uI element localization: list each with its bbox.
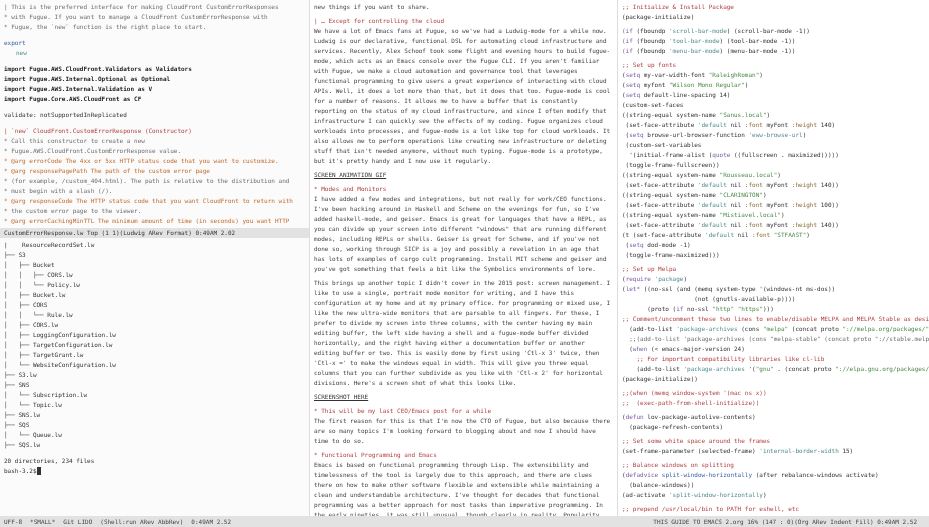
- body-text: The first reason for this is that I'm no…: [314, 416, 613, 446]
- arg-errorcode: * @arg errorCode The 4xx or 5xx HTTP sta…: [4, 156, 305, 166]
- modeline-right: THIS GUIDE TO EMACS 2.org 16% (147 : 0)(…: [653, 517, 917, 527]
- doc-line: * Call this constructor to create a new: [4, 136, 305, 146]
- upper-modeline: CustomErrorResponse.lw Top (1 1)(Ludwig …: [0, 228, 309, 238]
- section-exec-path: ;; (exec-path-from-shell-initialize)): [622, 398, 925, 408]
- tree-row[interactable]: │ ├── CORS.lw: [4, 320, 305, 330]
- shell-prompt[interactable]: bash-3.2$: [4, 466, 305, 476]
- elisp-line: (package-initialize)): [622, 374, 925, 384]
- elisp-comment: ;; For important compatibility libraries…: [622, 354, 925, 364]
- tree-row[interactable]: | ResourceRecordSet.lw: [4, 240, 305, 250]
- body-text: We have a lot of Emacs fans at Fugue, so…: [314, 26, 613, 166]
- arg-responsecode: * @arg responseCode The HTTP status code…: [4, 196, 305, 206]
- section-whitespace: ;; Set some white space around the frame…: [622, 436, 925, 446]
- tree-row[interactable]: ├── SQS.lw: [4, 440, 305, 450]
- import-line: import Fugue.AWS.Internal.Validation as …: [4, 84, 305, 94]
- elisp-line: (custom-set-faces: [622, 100, 925, 110]
- tree-row[interactable]: │ └── WebsiteConfiguration.lw: [4, 360, 305, 370]
- left-pane[interactable]: | This is the preferred interface for ma…: [0, 0, 310, 516]
- tree-row[interactable]: │ │ └── Policy.lw: [4, 280, 305, 290]
- modeline-shell: (Shell:run ARev AbbRev): [100, 517, 183, 527]
- section-melpa: ;; Set up Melpa: [622, 264, 925, 274]
- body-text: I have added a few modes and integration…: [314, 194, 613, 274]
- doc-comment: * Fugue, the `new` function is the right…: [4, 22, 305, 32]
- tree-row[interactable]: │ │ └── Rule.lw: [4, 310, 305, 320]
- gif-placeholder: SCREEN ANIMATION GIF: [314, 170, 613, 180]
- elisp-line: (toggle-frame-maximized))): [622, 250, 925, 260]
- import-line: import Fugue.AWS.CloudFront.Validators a…: [4, 64, 305, 74]
- export-name: new: [16, 48, 305, 58]
- screenshot-placeholder: SCREENSHOT HERE: [314, 392, 613, 402]
- tree-row[interactable]: │ │ ├── CORS.lw: [4, 270, 305, 280]
- tree-row[interactable]: ├── S3.lw: [4, 370, 305, 380]
- elisp-line: (custom-set-variables: [622, 140, 925, 150]
- body-text: new things if you want to share.: [314, 2, 613, 12]
- tree-row[interactable]: ├── S3: [4, 250, 305, 260]
- right-pane[interactable]: ;; Initialize & Install Package (package…: [618, 0, 929, 516]
- cursor: [37, 467, 41, 475]
- tree-row[interactable]: ├── SNS: [4, 380, 305, 390]
- elisp-comment: ;; Comment/uncomment these two lines to …: [622, 314, 925, 324]
- modeline-git: Git LIDO: [63, 517, 92, 527]
- doc-line: * must begin with a slash (/).: [4, 186, 305, 196]
- section-path: ;; prepend /usr/local/bin to PATH for es…: [622, 504, 925, 514]
- mode-line[interactable]: UFF-8 *SMALL* Git LIDO (Shell:run ARev A…: [0, 516, 929, 527]
- import-line: import Fugue.AWS.Internal.Optional as Op…: [4, 74, 305, 84]
- doc-line: * the custom error page to the viewer.: [4, 206, 305, 216]
- middle-pane[interactable]: new things if you want to share. | … Exc…: [310, 0, 618, 516]
- doc-line: * Fugue.AWS.CloudFront.CustomErrorRespon…: [4, 146, 305, 156]
- tree-row[interactable]: │ ├── Bucket: [4, 260, 305, 270]
- body-text: This brings up another topic I didn't co…: [314, 278, 613, 388]
- heading-except: | … Except for controlling the cloud: [314, 16, 613, 26]
- heading-fp-emacs: * Functional Programming and Emacs: [314, 450, 613, 460]
- validate-line: validate: notSupportedInReplicated: [4, 110, 305, 120]
- tree-row[interactable]: │ ├── CORS: [4, 300, 305, 310]
- tree-row[interactable]: ├── SQS: [4, 420, 305, 430]
- modeline-time: 0:49AM 2.52: [191, 517, 231, 527]
- heading-last-post: * This will be my last CEO/Emacs post fo…: [314, 406, 613, 416]
- tree-row[interactable]: │ └── Subscription.lw: [4, 390, 305, 400]
- constructor-header: | `new` CloudFront.CustomErrorResponse (…: [4, 126, 305, 136]
- arg-responsepagepath: * @arg responsePagePath The path of the …: [4, 166, 305, 176]
- section-exec-path: ;;(when (memq window-system '(mac ns x)): [622, 388, 925, 398]
- tree-summary: 20 directories, 234 files: [4, 456, 305, 466]
- doc-line: * (for example, /custom_404.html). The p…: [4, 176, 305, 186]
- doc-comment: | This is the preferred interface for ma…: [4, 2, 305, 12]
- arg-errorcachingminttl: * @arg errorCachingMinTTL The minimum am…: [4, 216, 305, 226]
- tree-row[interactable]: │ └── Topic.lw: [4, 400, 305, 410]
- editor-frame: | This is the preferred interface for ma…: [0, 0, 929, 516]
- tree-row[interactable]: │ ├── TargetGrant.lw: [4, 350, 305, 360]
- tree-row[interactable]: ├── SNS.lw: [4, 410, 305, 420]
- elisp-line: (balance-windows)): [622, 480, 925, 490]
- tree-row[interactable]: │ ├── TargetConfiguration.lw: [4, 340, 305, 350]
- doc-comment: * with Fugue. If you want to manage a Cl…: [4, 12, 305, 22]
- section-balance: ;; Balance windows on splitting: [622, 460, 925, 470]
- section-init: ;; Initialize & Install Package: [622, 2, 925, 12]
- keyword-export: export: [4, 38, 305, 48]
- dir-tree[interactable]: | ResourceRecordSet.lw ├── S3 │ ├── Buck…: [4, 240, 305, 450]
- body-text: Emacs is based on functional programming…: [314, 460, 613, 516]
- import-line: import Fugue.Core.AWS.CloudFront as CF: [4, 94, 305, 104]
- section-fonts: ;; Set up fonts: [622, 60, 925, 70]
- elisp-line: (package-initialize): [622, 12, 925, 22]
- heading-modes: * Modes and Monitors: [314, 184, 613, 194]
- modeline-mode: *SMALL*: [30, 517, 55, 527]
- modeline-encoding: UFF-8: [4, 517, 22, 527]
- elisp-line: (package-refresh-contents): [622, 422, 925, 432]
- tree-row[interactable]: │ ├── LoggingConfiguration.lw: [4, 330, 305, 340]
- tree-row[interactable]: │ └── Queue.lw: [4, 430, 305, 440]
- elisp-line: (toggle-frame-fullscreen)): [622, 160, 925, 170]
- tree-row[interactable]: │ ├── Bucket.lw: [4, 290, 305, 300]
